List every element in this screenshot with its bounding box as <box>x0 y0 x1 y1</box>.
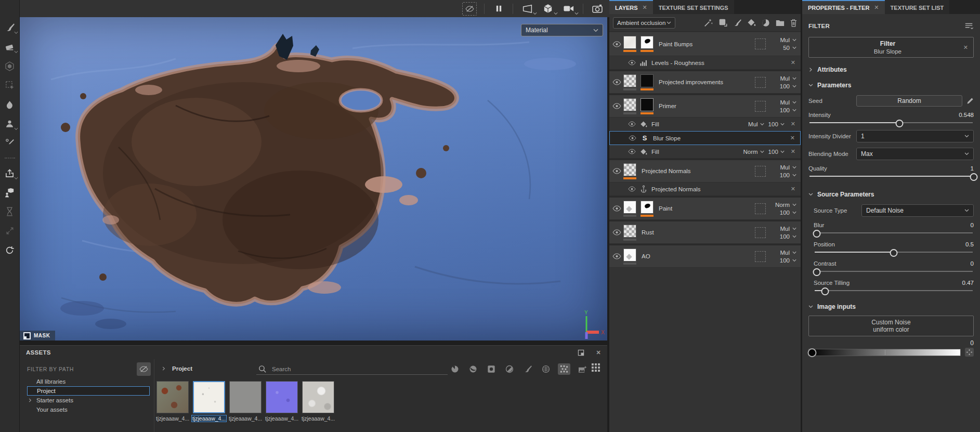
export-textures-icon[interactable] <box>4 167 16 179</box>
add-mask-icon[interactable] <box>762 19 770 27</box>
add-folder-icon[interactable] <box>776 19 785 27</box>
filter-smart-materials-icon[interactable] <box>467 363 479 375</box>
mask-slot[interactable] <box>755 227 766 238</box>
layer-content-thumbnail[interactable] <box>623 248 636 261</box>
layer-content-thumbnail[interactable] <box>623 225 636 238</box>
asset-thumbnail[interactable] <box>229 381 262 413</box>
opacity-dropdown[interactable]: 100 <box>780 172 796 178</box>
visibility-icon[interactable] <box>612 205 621 212</box>
quality-slider[interactable] <box>808 172 974 180</box>
visibility-icon[interactable] <box>628 121 636 127</box>
visibility-icon[interactable] <box>612 253 621 259</box>
mask-slot[interactable] <box>755 101 766 112</box>
channel-selector-dropdown[interactable]: Ambient occlusion <box>613 17 675 29</box>
history-hourglass-icon[interactable] <box>4 206 16 217</box>
breadcrumb[interactable]: Project <box>162 365 192 372</box>
visibility-icon[interactable] <box>612 79 621 85</box>
stencil-visibility-off-icon[interactable] <box>462 2 477 16</box>
close-panel-icon[interactable]: ✕ <box>594 349 601 356</box>
clear-filter-icon[interactable]: ✕ <box>961 44 968 51</box>
render-mode-icon[interactable] <box>541 3 555 15</box>
add-smart-material-icon[interactable] <box>704 18 713 27</box>
asset-thumbnail[interactable] <box>193 381 225 413</box>
mask-slot[interactable] <box>755 166 766 177</box>
opacity-dropdown[interactable]: 100 <box>780 107 796 113</box>
edit-seed-icon[interactable] <box>966 97 974 104</box>
search-input[interactable] <box>271 365 446 373</box>
screenshot-icon[interactable] <box>591 3 604 15</box>
visibility-icon[interactable] <box>612 229 621 235</box>
asset-item[interactable]: tjzjeaaaw_4... <box>156 381 189 422</box>
effect-row-fill[interactable]: Fill Mul 100 ✕ <box>609 117 801 131</box>
grid-view-toggle-icon[interactable] <box>592 363 600 372</box>
filter-materials-icon[interactable] <box>449 363 461 375</box>
asset-item[interactable]: tjzjeaaaw_4... <box>265 381 298 422</box>
attributes-group-header[interactable]: Attributes <box>808 63 974 76</box>
opacity-dropdown[interactable]: 100 <box>768 149 785 155</box>
opacity-dropdown[interactable]: 100 <box>780 233 796 240</box>
display-mode-icon[interactable] <box>520 3 534 15</box>
add-paint-layer-icon[interactable] <box>733 19 741 27</box>
filter-environments-icon[interactable] <box>576 363 589 375</box>
visibility-icon[interactable] <box>629 135 636 141</box>
effect-row-blur-slope-selected[interactable]: S Blur Slope ✕ <box>609 131 801 145</box>
material-picker-tool-icon[interactable] <box>4 137 16 149</box>
slider-knob[interactable] <box>813 230 821 238</box>
filter-textures-icon[interactable] <box>540 363 552 375</box>
layer-content-thumbnail[interactable] <box>623 201 636 214</box>
blending-mode-dropdown[interactable]: Max <box>856 148 974 160</box>
layer-mask-thumbnail[interactable] <box>641 201 654 214</box>
slider-knob[interactable] <box>895 120 903 127</box>
undock-panel-icon[interactable] <box>578 349 584 356</box>
mask-slot[interactable] <box>755 203 766 214</box>
layer-content-thumbnail[interactable] <box>623 98 636 111</box>
toggle-path-visibility-icon[interactable] <box>137 362 151 376</box>
filter-procedurals-icon[interactable] <box>558 363 570 375</box>
delete-layer-icon[interactable] <box>790 19 797 27</box>
filter-resource-slot[interactable]: Filter Blur Slope ✕ <box>808 37 974 58</box>
opacity-dropdown[interactable]: 100 <box>780 257 796 264</box>
refresh-icon[interactable] <box>4 244 16 256</box>
layer-row-primer[interactable]: Primer Mul 100 <box>609 94 801 117</box>
filter-filters-icon[interactable] <box>503 363 516 375</box>
resize-icon[interactable] <box>4 225 16 237</box>
remove-effect-icon[interactable]: ✕ <box>789 59 795 66</box>
panel-menu-icon[interactable] <box>964 22 974 30</box>
gradient-knob[interactable] <box>807 348 816 357</box>
source-parameters-group-header[interactable]: Source Parameters <box>808 188 974 201</box>
layer-content-thumbnail[interactable] <box>623 163 636 176</box>
visibility-icon[interactable] <box>628 60 636 66</box>
blend-mode-dropdown[interactable]: Mul <box>780 75 796 82</box>
asset-item[interactable]: tjzjeaaaw_4... <box>229 381 262 422</box>
eraser-tool-icon[interactable] <box>4 41 16 53</box>
source-tiling-slider[interactable] <box>814 286 974 295</box>
opacity-dropdown[interactable]: 100 <box>780 210 796 216</box>
visibility-icon[interactable] <box>612 103 621 109</box>
position-slider[interactable] <box>814 248 974 256</box>
blur-slider[interactable] <box>814 229 974 237</box>
add-fill-layer-icon[interactable] <box>747 18 756 27</box>
camera-mode-icon[interactable] <box>562 3 576 15</box>
visibility-icon[interactable] <box>612 41 621 47</box>
polygon-fill-tool-icon[interactable] <box>4 80 16 91</box>
remove-effect-icon[interactable]: ✕ <box>788 135 795 141</box>
viewport-material-dropdown[interactable]: Material <box>521 24 603 36</box>
mask-slot[interactable] <box>755 38 766 49</box>
layer-mask-thumbnail[interactable] <box>641 36 654 49</box>
layer-row-ao[interactable]: AO Mul 100 <box>609 244 801 268</box>
library-item-starter-assets[interactable]: Starter assets <box>27 396 150 405</box>
asset-item[interactable]: tjzjeaaaw_4... <box>302 381 335 422</box>
opacity-dropdown[interactable]: 100 <box>768 121 785 127</box>
opacity-dropdown[interactable]: 50 <box>783 45 796 51</box>
slider-knob[interactable] <box>970 173 978 181</box>
asset-thumbnail[interactable] <box>156 381 189 413</box>
intensity-slider[interactable] <box>808 119 974 127</box>
library-item-your-assets[interactable]: Your assets <box>27 405 150 414</box>
asset-thumbnail[interactable] <box>302 381 334 413</box>
seed-random-button[interactable]: Random <box>856 95 962 107</box>
blend-mode-dropdown[interactable]: Mul <box>780 250 796 256</box>
visibility-icon[interactable] <box>612 168 621 174</box>
remove-effect-icon[interactable]: ✕ <box>789 186 795 192</box>
image-transform-icon[interactable] <box>965 348 974 357</box>
layer-mask-thumbnail[interactable] <box>641 98 654 111</box>
